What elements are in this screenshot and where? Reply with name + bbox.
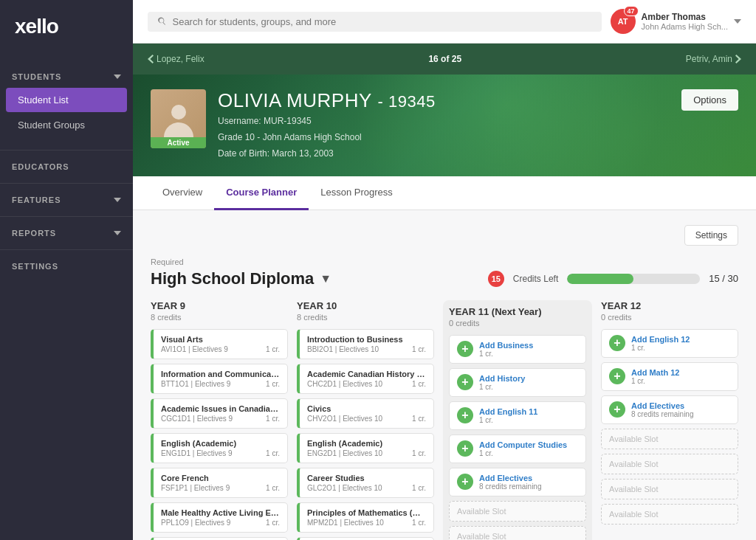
sidebar-students-header[interactable]: STUDENTS bbox=[0, 66, 133, 87]
add-icon: + bbox=[457, 474, 473, 490]
add-course-credits: 1 cr. bbox=[631, 377, 730, 385]
add-icon: + bbox=[609, 368, 625, 384]
search-icon bbox=[157, 16, 166, 27]
available-slot-y12-1: Available Slot bbox=[601, 429, 738, 449]
course-card-mpm[interactable]: Principles of Mathematics (Acad... MPM2D… bbox=[297, 502, 434, 533]
student-name: OLIVIA MURPHY - 19345 bbox=[218, 89, 436, 112]
course-meta: FSF1P1 | Electives 9 1 cr. bbox=[161, 484, 280, 492]
diploma-header: High School Diploma ▼ 15 Credits Left 15… bbox=[151, 269, 738, 288]
sidebar-features-header[interactable]: FEATURES bbox=[0, 190, 133, 210]
add-course-name: Add Electives bbox=[479, 474, 578, 482]
user-school: John Adams High Sch... bbox=[642, 22, 728, 31]
available-slot-y12-4: Available Slot bbox=[601, 504, 738, 525]
year11-credits: 0 credits bbox=[449, 319, 586, 328]
add-icon: + bbox=[457, 440, 473, 457]
year12-column: YEAR 12 0 credits + Add English 12 1 cr.… bbox=[601, 300, 738, 540]
year10-column: YEAR 10 8 credits Introduction to Busine… bbox=[297, 300, 434, 540]
settings-row: Settings bbox=[151, 225, 738, 246]
year11-header: YEAR 11 (Next Year) bbox=[449, 306, 586, 317]
credits-info: 15 Credits Left 15 / 30 bbox=[488, 271, 738, 287]
year10-credits: 8 credits bbox=[297, 313, 434, 322]
tabs-bar: Overview Course Planner Lesson Progress bbox=[133, 176, 756, 210]
year12-credits: 0 credits bbox=[601, 313, 738, 322]
options-button[interactable]: Options bbox=[681, 89, 738, 111]
add-course-name: Add Business bbox=[479, 341, 578, 350]
sidebar-item-student-groups[interactable]: Student Groups bbox=[6, 113, 127, 137]
user-name: Amber Thomas bbox=[642, 12, 728, 22]
course-card-fsf[interactable]: Core French FSF1P1 | Electives 9 1 cr. bbox=[151, 468, 288, 498]
sidebar-item-student-list[interactable]: Student List bbox=[6, 88, 127, 112]
course-name: Civics bbox=[307, 404, 426, 413]
sidebar-settings-header[interactable]: SETTINGS bbox=[0, 256, 133, 277]
course-card-chv[interactable]: Civics CHV2O1 | Electives 10 1 cr. bbox=[297, 398, 434, 429]
add-math12-btn[interactable]: + Add Math 12 1 cr. bbox=[601, 362, 738, 391]
course-card-avi[interactable]: Visual Arts AVI1O1 | Electives 9 1 cr. bbox=[151, 329, 288, 359]
user-text: Amber Thomas John Adams High Sch... bbox=[642, 12, 728, 31]
chevron-down-icon bbox=[734, 19, 741, 24]
course-meta: ENG2D1 | Electives 10 1 cr. bbox=[307, 449, 426, 457]
credits-progress-bar bbox=[567, 274, 700, 284]
course-meta: AVI1O1 | Electives 9 1 cr. bbox=[161, 345, 280, 353]
course-name: Academic Canadian History sinc... bbox=[307, 370, 426, 378]
year10-header: YEAR 10 bbox=[297, 300, 434, 311]
add-computer-studies-btn[interactable]: + Add Computer Studies 1 cr. bbox=[449, 435, 586, 463]
diploma-dropdown-icon[interactable]: ▼ bbox=[320, 272, 331, 285]
add-business-btn[interactable]: + Add Business 1 cr. bbox=[449, 335, 586, 364]
add-course-info: Add Math 12 1 cr. bbox=[631, 368, 730, 385]
search-input[interactable] bbox=[172, 16, 592, 27]
add-icon: + bbox=[457, 341, 473, 357]
sidebar-educators-header[interactable]: EDUCATORS bbox=[0, 156, 133, 177]
main-content: 47 AT Amber Thomas John Adams High Sch..… bbox=[133, 0, 756, 540]
add-history-btn[interactable]: + Add History 1 cr. bbox=[449, 368, 586, 397]
search-box[interactable] bbox=[148, 12, 602, 32]
course-card-glc[interactable]: Career Studies GLC2O1 | Electives 10 1 c… bbox=[297, 468, 434, 498]
settings-button[interactable]: Settings bbox=[684, 225, 738, 246]
course-card-ppl[interactable]: Male Healthy Active Living Educ... PPL1O… bbox=[151, 502, 288, 533]
prev-student-btn[interactable]: Lopez, Felix bbox=[148, 54, 205, 64]
add-electives11-btn[interactable]: + Add Electives 8 credits remaining bbox=[449, 468, 586, 496]
course-card-snc1[interactable]: Science (Academic) SNC1D1 | Electives 9 … bbox=[151, 537, 288, 540]
course-name: Information and Communication ... bbox=[161, 370, 280, 378]
tab-course-planner[interactable]: Course Planner bbox=[214, 176, 309, 210]
course-meta: GLC2O1 | Electives 10 1 cr. bbox=[307, 484, 426, 492]
sidebar-section-students: STUDENTS Student List Student Groups bbox=[0, 60, 133, 144]
sidebar-divider-3 bbox=[0, 216, 133, 217]
student-dob: Date of Birth: March 13, 2003 bbox=[218, 147, 436, 161]
next-student-btn[interactable]: Petriv, Amin bbox=[686, 54, 741, 64]
student-navigation: Lopez, Felix 16 of 25 Petriv, Amin bbox=[133, 44, 756, 75]
sidebar-reports-header[interactable]: REPORTS bbox=[0, 223, 133, 243]
tab-lesson-progress[interactable]: Lesson Progress bbox=[309, 176, 405, 210]
year9-column: YEAR 9 8 credits Visual Arts AVI1O1 | El… bbox=[151, 300, 288, 540]
course-name: Visual Arts bbox=[161, 335, 280, 344]
course-card-btt[interactable]: Information and Communication ... BTT1O1… bbox=[151, 364, 288, 394]
add-course-info: Add History 1 cr. bbox=[479, 374, 578, 391]
user-menu[interactable]: 47 AT Amber Thomas John Adams High Sch..… bbox=[611, 9, 741, 34]
course-card-cgc[interactable]: Academic Issues in Canadian G... CGC1D1 … bbox=[151, 398, 288, 429]
add-course-name: Add Math 12 bbox=[631, 368, 730, 377]
credits-badge: 15 bbox=[488, 271, 504, 287]
sidebar-divider-4 bbox=[0, 249, 133, 250]
sidebar-divider-1 bbox=[0, 150, 133, 150]
add-english11-btn[interactable]: + Add English 11 1 cr. bbox=[449, 401, 586, 430]
diploma-required-label: Required bbox=[151, 257, 738, 266]
add-english12-btn[interactable]: + Add English 12 1 cr. bbox=[601, 329, 738, 358]
add-electives12-btn[interactable]: + Add Electives 8 credits remaining bbox=[601, 395, 738, 424]
tab-overview[interactable]: Overview bbox=[151, 176, 214, 210]
diploma-title: High School Diploma ▼ bbox=[151, 269, 331, 288]
course-name: Male Healthy Active Living Educ... bbox=[161, 508, 280, 517]
course-card-bbi[interactable]: Introduction to Business BBI2O1 | Electi… bbox=[297, 329, 434, 359]
sidebar-divider-2 bbox=[0, 183, 133, 184]
course-card-eng2[interactable]: English (Academic) ENG2D1 | Electives 10… bbox=[297, 433, 434, 463]
available-slot-y12-2: Available Slot bbox=[601, 454, 738, 474]
course-name: Principles of Mathematics (Acad... bbox=[307, 508, 426, 517]
avatar-badge: 47 bbox=[624, 6, 639, 16]
course-card-eng1[interactable]: English (Academic) ENG1D1 | Electives 9 … bbox=[151, 433, 288, 463]
diploma-section: Required High School Diploma ▼ 15 Credit… bbox=[151, 257, 738, 288]
course-card-paf[interactable]: Male Personal and Fitness Activi... PAF2… bbox=[297, 537, 434, 540]
add-course-name: Add English 11 bbox=[479, 407, 578, 416]
add-course-credits: 8 credits remaining bbox=[479, 482, 578, 491]
course-card-chc[interactable]: Academic Canadian History sinc... CHC2D1… bbox=[297, 364, 434, 394]
add-icon: + bbox=[609, 335, 625, 351]
credits-bar-fill bbox=[567, 274, 633, 284]
course-name: Core French bbox=[161, 474, 280, 482]
